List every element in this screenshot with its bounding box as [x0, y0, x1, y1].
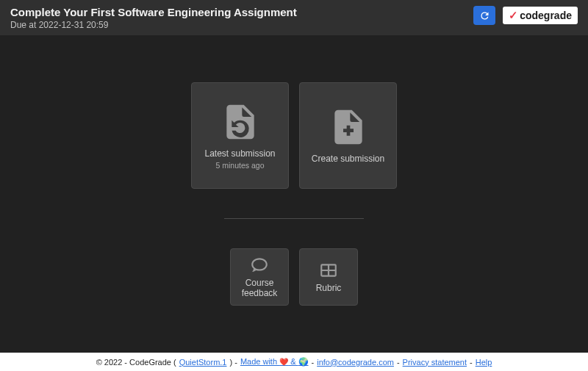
speech-bubble-icon — [250, 256, 269, 275]
brand-name: codegrade — [520, 10, 572, 21]
create-submission-label: Create submission — [312, 154, 384, 164]
latest-submission-card[interactable]: Latest submission 5 minutes ago — [191, 82, 289, 189]
earth-icon: 🌍 — [298, 357, 309, 366]
footer-email-link[interactable]: info@codegrade.com — [317, 358, 394, 367]
file-history-icon — [220, 101, 261, 143]
brand-tick-icon: ✓ — [509, 9, 518, 22]
header-right: ✓ codegrade — [473, 6, 578, 25]
rubric-card[interactable]: Rubric — [299, 248, 358, 306]
section-divider — [224, 218, 364, 219]
main-content: Latest submission 5 minutes ago Create s… — [0, 35, 588, 353]
latest-submission-label: Latest submission — [204, 148, 275, 159]
file-plus-icon — [328, 107, 369, 148]
refresh-button[interactable] — [473, 6, 495, 25]
header: Complete Your First Software Engineering… — [0, 0, 588, 35]
footer-help-link[interactable]: Help — [476, 358, 492, 367]
brand-logo[interactable]: ✓ codegrade — [503, 7, 578, 24]
header-left: Complete Your First Software Engineering… — [10, 6, 297, 30]
primary-card-row: Latest submission 5 minutes ago Create s… — [191, 82, 397, 189]
course-feedback-card[interactable]: Course feedback — [230, 248, 289, 306]
due-date: Due at 2022-12-31 20:59 — [10, 20, 297, 30]
create-submission-card[interactable]: Create submission — [299, 82, 397, 189]
footer-privacy-link[interactable]: Privacy statement — [403, 358, 467, 367]
rubric-label: Rubric — [316, 283, 342, 293]
footer-made-with-link[interactable]: Made with ❤️ & 🌍 — [240, 357, 309, 367]
refresh-icon — [479, 10, 490, 21]
assignment-title: Complete Your First Software Engineering… — [10, 6, 297, 19]
secondary-card-row: Course feedback Rubric — [230, 248, 358, 306]
latest-submission-time: 5 minutes ago — [216, 161, 265, 170]
footer-version-link[interactable]: QuietStorm.1 — [179, 358, 227, 367]
heart-icon: ❤️ — [279, 358, 288, 366]
course-feedback-label: Course feedback — [231, 278, 288, 299]
grid-icon — [319, 261, 338, 280]
footer: © 2022 - CodeGrade (QuietStorm.1) - Made… — [0, 353, 588, 371]
footer-copyright: © 2022 - CodeGrade ( — [96, 358, 176, 367]
